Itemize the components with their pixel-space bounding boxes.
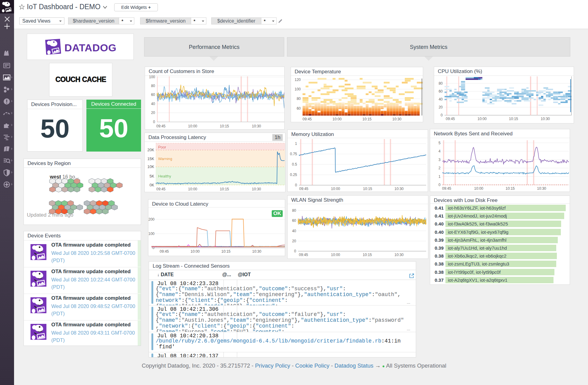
svg-text:09:45: 09:45 bbox=[303, 117, 312, 121]
svg-text:10:15: 10:15 bbox=[221, 249, 230, 254]
svg-text:60: 60 bbox=[297, 106, 301, 111]
svg-text:60: 60 bbox=[151, 93, 155, 97]
svg-text:0.25: 0.25 bbox=[290, 173, 297, 177]
svg-text:5: 5 bbox=[438, 141, 441, 145]
svg-text:20K: 20K bbox=[147, 148, 154, 152]
svg-text:10:00: 10:00 bbox=[332, 117, 342, 121]
svg-text:20: 20 bbox=[292, 239, 296, 243]
svg-text:09:45: 09:45 bbox=[156, 124, 165, 128]
svg-text:10:30: 10:30 bbox=[252, 187, 261, 191]
svg-text:10:30: 10:30 bbox=[252, 124, 261, 128]
svg-text:20: 20 bbox=[151, 111, 155, 115]
svg-text:2: 2 bbox=[438, 166, 441, 170]
svg-text:40: 40 bbox=[292, 229, 296, 233]
svg-text:10:15: 10:15 bbox=[220, 187, 229, 191]
svg-text:10:00: 10:00 bbox=[188, 124, 197, 128]
svg-text:10:00: 10:00 bbox=[188, 187, 197, 191]
svg-text:10K: 10K bbox=[147, 165, 154, 169]
svg-text:80: 80 bbox=[151, 84, 155, 88]
svg-text:10:00: 10:00 bbox=[331, 253, 340, 257]
svg-text:120: 120 bbox=[295, 78, 301, 82]
svg-text:Poor: Poor bbox=[158, 145, 166, 149]
svg-text:40: 40 bbox=[151, 102, 155, 106]
svg-text:10:15: 10:15 bbox=[509, 117, 518, 121]
svg-text:10:00: 10:00 bbox=[331, 187, 340, 191]
svg-text:10:00: 10:00 bbox=[191, 249, 200, 254]
svg-text:10:15: 10:15 bbox=[363, 187, 372, 191]
svg-text:5K: 5K bbox=[150, 174, 154, 178]
svg-text:60: 60 bbox=[439, 89, 443, 94]
svg-text:80: 80 bbox=[292, 208, 296, 213]
svg-text:09:45: 09:45 bbox=[299, 253, 308, 257]
svg-text:0: 0 bbox=[441, 113, 443, 117]
svg-text:Healthy: Healthy bbox=[158, 174, 171, 178]
svg-text:10:30: 10:30 bbox=[392, 117, 401, 121]
svg-text:0: 0 bbox=[295, 183, 297, 187]
svg-text:10:30: 10:30 bbox=[394, 187, 404, 191]
svg-text:1: 1 bbox=[295, 141, 297, 146]
svg-text:09:45: 09:45 bbox=[156, 187, 165, 191]
svg-text:1: 1 bbox=[438, 174, 441, 179]
svg-text:10:15: 10:15 bbox=[220, 124, 229, 128]
svg-text:15K: 15K bbox=[147, 157, 154, 161]
svg-text:0: 0 bbox=[438, 183, 441, 187]
svg-text:09:45: 09:45 bbox=[442, 186, 451, 191]
svg-text:10:30: 10:30 bbox=[537, 186, 546, 191]
svg-text:40: 40 bbox=[439, 97, 443, 101]
svg-text:Warning: Warning bbox=[158, 157, 172, 161]
svg-text:0: 0 bbox=[294, 249, 296, 253]
svg-text:10:15: 10:15 bbox=[506, 186, 515, 191]
svg-text:10:00: 10:00 bbox=[477, 117, 487, 121]
svg-text:0K: 0K bbox=[150, 183, 154, 187]
svg-text:0.75: 0.75 bbox=[290, 152, 297, 156]
svg-text:200: 200 bbox=[148, 217, 154, 222]
svg-text:10:30: 10:30 bbox=[394, 253, 404, 257]
svg-text:3: 3 bbox=[438, 158, 441, 162]
svg-text:60: 60 bbox=[292, 218, 296, 223]
svg-text:09:45: 09:45 bbox=[160, 249, 169, 254]
svg-text:0.5: 0.5 bbox=[292, 162, 297, 167]
svg-text:10:30: 10:30 bbox=[252, 249, 261, 254]
svg-text:100: 100 bbox=[148, 232, 154, 236]
svg-text:09:45: 09:45 bbox=[446, 117, 455, 121]
svg-text:10:00: 10:00 bbox=[474, 186, 483, 191]
svg-text:20: 20 bbox=[439, 105, 443, 109]
svg-text:10:30: 10:30 bbox=[541, 117, 550, 121]
svg-text:0: 0 bbox=[153, 120, 155, 124]
svg-text:09:45: 09:45 bbox=[299, 187, 308, 191]
svg-text:80: 80 bbox=[439, 81, 443, 86]
svg-text:100: 100 bbox=[149, 75, 155, 79]
svg-text:4: 4 bbox=[438, 149, 441, 153]
svg-text:10:15: 10:15 bbox=[362, 117, 372, 121]
svg-text:10:15: 10:15 bbox=[363, 253, 372, 257]
svg-text:100: 100 bbox=[295, 87, 301, 91]
svg-text:80: 80 bbox=[297, 97, 301, 101]
